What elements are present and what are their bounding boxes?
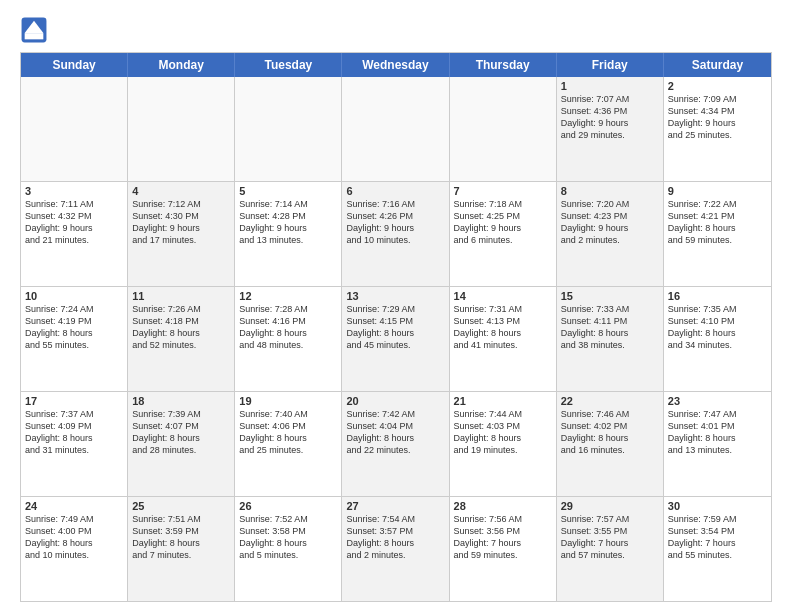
day-number: 11	[132, 290, 230, 302]
day-number: 30	[668, 500, 767, 512]
header-day-thursday: Thursday	[450, 53, 557, 77]
day-info: Sunrise: 7:31 AM Sunset: 4:13 PM Dayligh…	[454, 303, 552, 352]
cal-cell-1-3: 6Sunrise: 7:16 AM Sunset: 4:26 PM Daylig…	[342, 182, 449, 286]
cal-cell-2-2: 12Sunrise: 7:28 AM Sunset: 4:16 PM Dayli…	[235, 287, 342, 391]
cal-cell-0-4	[450, 77, 557, 181]
calendar-row-1: 3Sunrise: 7:11 AM Sunset: 4:32 PM Daylig…	[21, 182, 771, 287]
day-info: Sunrise: 7:29 AM Sunset: 4:15 PM Dayligh…	[346, 303, 444, 352]
day-number: 28	[454, 500, 552, 512]
cal-cell-0-5: 1Sunrise: 7:07 AM Sunset: 4:36 PM Daylig…	[557, 77, 664, 181]
cal-cell-1-0: 3Sunrise: 7:11 AM Sunset: 4:32 PM Daylig…	[21, 182, 128, 286]
day-number: 2	[668, 80, 767, 92]
day-number: 13	[346, 290, 444, 302]
day-number: 6	[346, 185, 444, 197]
day-number: 16	[668, 290, 767, 302]
page: SundayMondayTuesdayWednesdayThursdayFrid…	[0, 0, 792, 612]
cal-cell-2-3: 13Sunrise: 7:29 AM Sunset: 4:15 PM Dayli…	[342, 287, 449, 391]
calendar-header: SundayMondayTuesdayWednesdayThursdayFrid…	[21, 53, 771, 77]
cal-cell-1-5: 8Sunrise: 7:20 AM Sunset: 4:23 PM Daylig…	[557, 182, 664, 286]
cal-cell-4-4: 28Sunrise: 7:56 AM Sunset: 3:56 PM Dayli…	[450, 497, 557, 601]
day-number: 9	[668, 185, 767, 197]
day-number: 17	[25, 395, 123, 407]
cal-cell-3-2: 19Sunrise: 7:40 AM Sunset: 4:06 PM Dayli…	[235, 392, 342, 496]
cal-cell-0-2	[235, 77, 342, 181]
header-day-monday: Monday	[128, 53, 235, 77]
cal-cell-3-3: 20Sunrise: 7:42 AM Sunset: 4:04 PM Dayli…	[342, 392, 449, 496]
cal-cell-4-6: 30Sunrise: 7:59 AM Sunset: 3:54 PM Dayli…	[664, 497, 771, 601]
logo	[20, 16, 52, 44]
svg-rect-2	[25, 33, 44, 39]
day-number: 12	[239, 290, 337, 302]
day-info: Sunrise: 7:59 AM Sunset: 3:54 PM Dayligh…	[668, 513, 767, 562]
cal-cell-0-6: 2Sunrise: 7:09 AM Sunset: 4:34 PM Daylig…	[664, 77, 771, 181]
cal-cell-1-6: 9Sunrise: 7:22 AM Sunset: 4:21 PM Daylig…	[664, 182, 771, 286]
day-info: Sunrise: 7:42 AM Sunset: 4:04 PM Dayligh…	[346, 408, 444, 457]
cal-cell-2-5: 15Sunrise: 7:33 AM Sunset: 4:11 PM Dayli…	[557, 287, 664, 391]
day-number: 10	[25, 290, 123, 302]
day-number: 15	[561, 290, 659, 302]
day-number: 24	[25, 500, 123, 512]
cal-cell-2-1: 11Sunrise: 7:26 AM Sunset: 4:18 PM Dayli…	[128, 287, 235, 391]
day-number: 14	[454, 290, 552, 302]
day-info: Sunrise: 7:49 AM Sunset: 4:00 PM Dayligh…	[25, 513, 123, 562]
day-number: 3	[25, 185, 123, 197]
day-info: Sunrise: 7:09 AM Sunset: 4:34 PM Dayligh…	[668, 93, 767, 142]
day-number: 22	[561, 395, 659, 407]
day-info: Sunrise: 7:54 AM Sunset: 3:57 PM Dayligh…	[346, 513, 444, 562]
cal-cell-2-4: 14Sunrise: 7:31 AM Sunset: 4:13 PM Dayli…	[450, 287, 557, 391]
day-info: Sunrise: 7:51 AM Sunset: 3:59 PM Dayligh…	[132, 513, 230, 562]
day-info: Sunrise: 7:37 AM Sunset: 4:09 PM Dayligh…	[25, 408, 123, 457]
cal-cell-3-1: 18Sunrise: 7:39 AM Sunset: 4:07 PM Dayli…	[128, 392, 235, 496]
day-number: 18	[132, 395, 230, 407]
day-number: 4	[132, 185, 230, 197]
header-day-wednesday: Wednesday	[342, 53, 449, 77]
cal-cell-4-2: 26Sunrise: 7:52 AM Sunset: 3:58 PM Dayli…	[235, 497, 342, 601]
day-info: Sunrise: 7:18 AM Sunset: 4:25 PM Dayligh…	[454, 198, 552, 247]
day-info: Sunrise: 7:20 AM Sunset: 4:23 PM Dayligh…	[561, 198, 659, 247]
day-number: 1	[561, 80, 659, 92]
day-info: Sunrise: 7:44 AM Sunset: 4:03 PM Dayligh…	[454, 408, 552, 457]
day-info: Sunrise: 7:28 AM Sunset: 4:16 PM Dayligh…	[239, 303, 337, 352]
calendar-body: 1Sunrise: 7:07 AM Sunset: 4:36 PM Daylig…	[21, 77, 771, 601]
cal-cell-1-4: 7Sunrise: 7:18 AM Sunset: 4:25 PM Daylig…	[450, 182, 557, 286]
day-number: 5	[239, 185, 337, 197]
calendar: SundayMondayTuesdayWednesdayThursdayFrid…	[20, 52, 772, 602]
day-number: 21	[454, 395, 552, 407]
header-day-friday: Friday	[557, 53, 664, 77]
day-info: Sunrise: 7:12 AM Sunset: 4:30 PM Dayligh…	[132, 198, 230, 247]
day-info: Sunrise: 7:14 AM Sunset: 4:28 PM Dayligh…	[239, 198, 337, 247]
cal-cell-1-1: 4Sunrise: 7:12 AM Sunset: 4:30 PM Daylig…	[128, 182, 235, 286]
day-number: 27	[346, 500, 444, 512]
cal-cell-0-0	[21, 77, 128, 181]
day-info: Sunrise: 7:52 AM Sunset: 3:58 PM Dayligh…	[239, 513, 337, 562]
day-number: 20	[346, 395, 444, 407]
day-number: 8	[561, 185, 659, 197]
header-day-tuesday: Tuesday	[235, 53, 342, 77]
header-day-saturday: Saturday	[664, 53, 771, 77]
cal-cell-2-6: 16Sunrise: 7:35 AM Sunset: 4:10 PM Dayli…	[664, 287, 771, 391]
cal-cell-3-0: 17Sunrise: 7:37 AM Sunset: 4:09 PM Dayli…	[21, 392, 128, 496]
day-info: Sunrise: 7:39 AM Sunset: 4:07 PM Dayligh…	[132, 408, 230, 457]
day-number: 25	[132, 500, 230, 512]
cal-cell-3-6: 23Sunrise: 7:47 AM Sunset: 4:01 PM Dayli…	[664, 392, 771, 496]
cal-cell-0-1	[128, 77, 235, 181]
day-info: Sunrise: 7:11 AM Sunset: 4:32 PM Dayligh…	[25, 198, 123, 247]
header-day-sunday: Sunday	[21, 53, 128, 77]
day-info: Sunrise: 7:46 AM Sunset: 4:02 PM Dayligh…	[561, 408, 659, 457]
day-number: 26	[239, 500, 337, 512]
day-info: Sunrise: 7:16 AM Sunset: 4:26 PM Dayligh…	[346, 198, 444, 247]
header	[20, 16, 772, 44]
day-info: Sunrise: 7:33 AM Sunset: 4:11 PM Dayligh…	[561, 303, 659, 352]
calendar-row-2: 10Sunrise: 7:24 AM Sunset: 4:19 PM Dayli…	[21, 287, 771, 392]
day-number: 19	[239, 395, 337, 407]
cal-cell-4-5: 29Sunrise: 7:57 AM Sunset: 3:55 PM Dayli…	[557, 497, 664, 601]
day-info: Sunrise: 7:47 AM Sunset: 4:01 PM Dayligh…	[668, 408, 767, 457]
logo-icon	[20, 16, 48, 44]
day-info: Sunrise: 7:26 AM Sunset: 4:18 PM Dayligh…	[132, 303, 230, 352]
cal-cell-4-0: 24Sunrise: 7:49 AM Sunset: 4:00 PM Dayli…	[21, 497, 128, 601]
day-number: 7	[454, 185, 552, 197]
day-info: Sunrise: 7:57 AM Sunset: 3:55 PM Dayligh…	[561, 513, 659, 562]
day-info: Sunrise: 7:56 AM Sunset: 3:56 PM Dayligh…	[454, 513, 552, 562]
day-info: Sunrise: 7:40 AM Sunset: 4:06 PM Dayligh…	[239, 408, 337, 457]
cal-cell-4-1: 25Sunrise: 7:51 AM Sunset: 3:59 PM Dayli…	[128, 497, 235, 601]
